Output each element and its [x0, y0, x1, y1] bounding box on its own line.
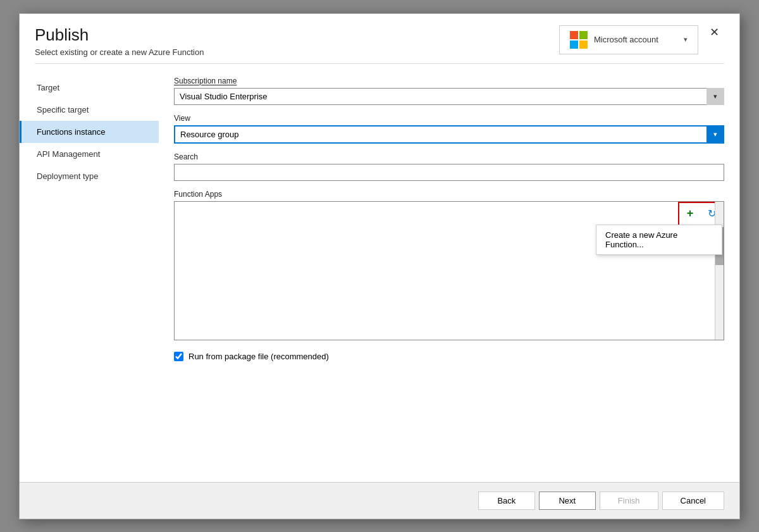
- sidebar-item-functions-instance[interactable]: Functions instance: [20, 121, 159, 143]
- dialog-subtitle: Select existing or create a new Azure Fu…: [35, 47, 204, 57]
- sidebar-item-target[interactable]: Target: [20, 77, 159, 99]
- run-from-package-label: Run from package file (recommended): [188, 352, 329, 361]
- title-area: Publish Select existing or create a new …: [35, 25, 204, 57]
- account-name: Microsoft account: [594, 35, 677, 44]
- view-select-wrapper: Resource group ▾: [174, 125, 724, 144]
- dialog-footer: Back Next Finish Cancel: [20, 482, 739, 519]
- next-button[interactable]: Next: [539, 492, 596, 510]
- function-apps-container: + ↻ Create a new Azure Function...: [174, 201, 724, 340]
- scrollbar-vertical[interactable]: [715, 202, 724, 340]
- view-field: View Resource group ▾: [174, 114, 724, 144]
- search-field: Search: [174, 152, 724, 181]
- view-label: View: [174, 114, 724, 123]
- account-button[interactable]: Microsoft account ▾: [559, 25, 698, 54]
- subscription-select[interactable]: Visual Studio Enterprise: [174, 88, 724, 105]
- search-input[interactable]: [174, 164, 724, 181]
- logo-red: [570, 31, 578, 39]
- create-new-button[interactable]: +: [679, 203, 701, 225]
- run-from-package-checkbox[interactable]: [174, 352, 183, 361]
- view-select[interactable]: Resource group: [174, 125, 724, 144]
- sidebar-item-api-management[interactable]: API Management: [20, 143, 159, 165]
- function-apps-section: Function Apps + ↻ Create a new Azure Fun…: [174, 190, 724, 340]
- subscription-select-wrapper: Visual Studio Enterprise ▾: [174, 88, 724, 105]
- sidebar-item-specific-target[interactable]: Specific target: [20, 99, 159, 121]
- sidebar-item-deployment-type[interactable]: Deployment type: [20, 165, 159, 187]
- logo-yellow: [579, 40, 588, 49]
- back-button[interactable]: Back: [478, 492, 535, 510]
- create-new-azure-function-item[interactable]: Create a new Azure Function...: [596, 225, 722, 254]
- dialog-header: Publish Select existing or create a new …: [20, 14, 739, 63]
- function-apps-label: Function Apps: [174, 190, 724, 199]
- finish-button[interactable]: Finish: [600, 492, 658, 510]
- microsoft-logo: [570, 31, 588, 49]
- main-content: Subscription name Visual Studio Enterpri…: [159, 70, 739, 482]
- cancel-button[interactable]: Cancel: [662, 492, 724, 510]
- account-dropdown-icon: ▾: [684, 35, 688, 44]
- dialog-title: Publish: [35, 25, 204, 45]
- dialog-body: Target Specific target Functions instanc…: [20, 64, 739, 482]
- close-button[interactable]: ✕: [705, 23, 724, 42]
- run-from-package-row: Run from package file (recommended): [174, 352, 724, 361]
- create-dropdown-menu: Create a new Azure Function...: [596, 225, 722, 255]
- logo-blue: [570, 40, 578, 49]
- search-label: Search: [174, 152, 724, 161]
- sidebar: Target Specific target Functions instanc…: [20, 70, 159, 482]
- publish-dialog: Publish Select existing or create a new …: [19, 13, 740, 519]
- subscription-label: Subscription name: [174, 77, 724, 85]
- subscription-field: Subscription name Visual Studio Enterpri…: [174, 77, 724, 105]
- logo-green: [579, 31, 588, 39]
